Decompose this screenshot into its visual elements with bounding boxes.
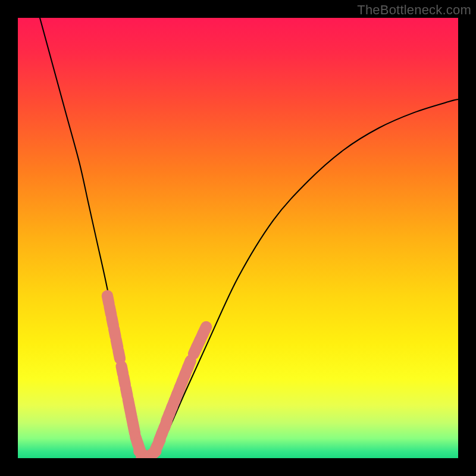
overlay-dot [118, 351, 120, 359]
watermark-text: TheBottleneck.com [357, 2, 471, 18]
overlay-dot [187, 361, 190, 368]
curve-layer [18, 18, 458, 458]
overlay-dot [203, 327, 206, 334]
chart-frame: TheBottleneck.com [0, 0, 476, 476]
plot-area [18, 18, 458, 458]
bottleneck-curve [40, 18, 458, 458]
